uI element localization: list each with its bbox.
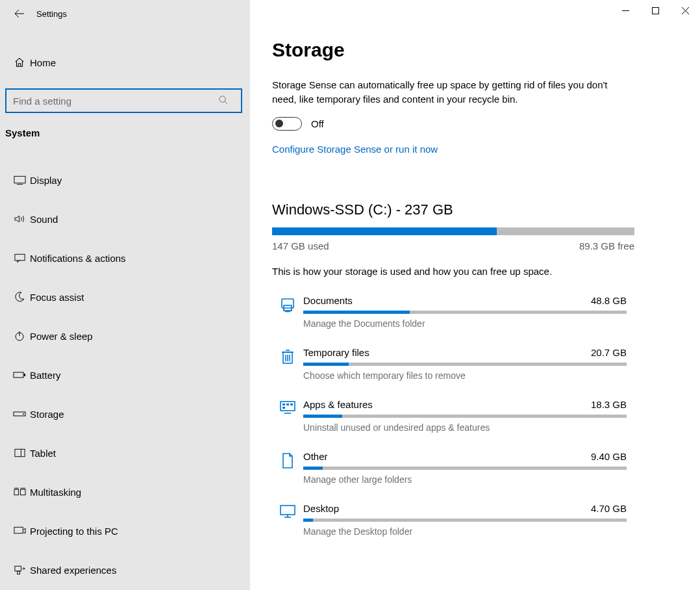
- power-icon: [10, 330, 29, 342]
- app-title: Settings: [32, 9, 67, 19]
- close-button[interactable]: [670, 0, 700, 21]
- sidebar-item-storage[interactable]: Storage: [0, 394, 250, 433]
- sidebar-item-focus-assist[interactable]: Focus assist: [0, 277, 250, 316]
- sidebar-item-tablet[interactable]: Tablet: [0, 433, 250, 472]
- drive-free-label: 89.3 GB free: [579, 240, 634, 251]
- svg-point-10: [23, 413, 24, 415]
- category-desc: Uninstall unused or undesired apps & fea…: [303, 422, 678, 433]
- category-bar: [303, 363, 627, 366]
- category-name: Temporary files: [303, 347, 369, 358]
- display-icon: [10, 175, 29, 185]
- category-item[interactable]: Desktop4.70 GBManage the Desktop folder: [272, 503, 678, 537]
- sidebar-item-label: Projecting to this PC: [30, 526, 118, 537]
- category-icon: [272, 399, 303, 415]
- svg-rect-7: [14, 372, 23, 378]
- svg-rect-37: [290, 404, 293, 405]
- category-icon: [272, 503, 303, 519]
- shared-experiences-icon: [10, 565, 29, 575]
- category-fill: [303, 415, 342, 418]
- sidebar-item-label: Sound: [30, 214, 58, 225]
- sidebar: Settings Home System Display Sound Notif…: [0, 0, 250, 590]
- sidebar-item-label: Storage: [30, 409, 64, 420]
- search-icon: [218, 95, 228, 105]
- sidebar-item-power-sleep[interactable]: Power & sleep: [0, 316, 250, 355]
- search-container: [5, 88, 242, 113]
- storage-sense-toggle[interactable]: [272, 117, 302, 131]
- configure-storage-sense-link[interactable]: Configure Storage Sense or run it now: [272, 144, 678, 155]
- category-item[interactable]: Temporary files20.7 GBChoose which tempo…: [272, 347, 678, 381]
- category-fill: [303, 311, 410, 314]
- moon-icon: [10, 291, 29, 303]
- home-icon: [10, 57, 29, 68]
- drive-title: Windows-SSD (C:) - 237 GB: [272, 201, 678, 218]
- svg-rect-18: [14, 527, 22, 533]
- category-list: Documents48.8 GBManage the Documents fol…: [272, 295, 678, 537]
- sidebar-item-label: Multitasking: [30, 487, 81, 498]
- minimize-button[interactable]: [610, 0, 640, 21]
- svg-rect-19: [14, 566, 21, 571]
- sidebar-item-label: Battery: [30, 370, 61, 381]
- category-desc: Manage the Documents folder: [303, 318, 678, 329]
- sidebar-item-multitasking[interactable]: Multitasking: [0, 472, 250, 511]
- search-input[interactable]: [5, 88, 242, 113]
- multitasking-icon: [10, 487, 29, 497]
- toggle-state-label: Off: [311, 118, 324, 129]
- category-name: Other: [303, 451, 328, 462]
- category-icon: [272, 451, 303, 469]
- storage-sense-toggle-row: Off: [272, 117, 678, 131]
- sidebar-item-label: Display: [30, 175, 62, 186]
- svg-rect-4: [14, 254, 24, 261]
- category-bar: [303, 519, 627, 522]
- svg-rect-38: [282, 407, 285, 409]
- svg-rect-11: [14, 449, 24, 456]
- category-size: 20.7 GB: [591, 347, 627, 358]
- sidebar-item-sound[interactable]: Sound: [0, 199, 250, 238]
- category-bar: [303, 311, 627, 314]
- sidebar-item-battery[interactable]: Battery: [0, 355, 250, 394]
- sidebar-item-projecting[interactable]: Projecting to this PC: [0, 511, 250, 550]
- category-bar: [303, 467, 627, 470]
- window-controls: [610, 0, 700, 21]
- sidebar-item-display[interactable]: Display: [0, 160, 250, 199]
- drive-usage-fill: [272, 227, 497, 235]
- back-button[interactable]: [6, 0, 32, 27]
- svg-rect-35: [282, 404, 285, 405]
- maximize-icon: [652, 7, 659, 14]
- minimize-icon: [622, 7, 629, 14]
- category-name: Desktop: [303, 503, 339, 514]
- category-item[interactable]: Other9.40 GBManage other large folders: [272, 451, 678, 485]
- sidebar-item-notifications[interactable]: Notifications & actions: [0, 238, 250, 277]
- drive-usage-bar: [272, 227, 634, 235]
- notifications-icon: [10, 253, 29, 263]
- category-desc: Manage the Desktop folder: [303, 526, 678, 537]
- sidebar-section-label: System: [0, 116, 250, 142]
- category-item[interactable]: Apps & features18.3 GBUninstall unused o…: [272, 399, 678, 433]
- arrow-left-icon: [14, 8, 25, 19]
- category-item[interactable]: Documents48.8 GBManage the Documents fol…: [272, 295, 678, 329]
- sidebar-home[interactable]: Home: [0, 43, 250, 82]
- svg-rect-14: [14, 489, 18, 495]
- category-name: Apps & features: [303, 399, 373, 410]
- drive-stats: 147 GB used 89.3 GB free: [272, 240, 634, 251]
- svg-rect-39: [281, 506, 295, 515]
- category-size: 48.8 GB: [591, 295, 627, 306]
- svg-rect-33: [281, 402, 295, 411]
- storage-icon: [10, 411, 29, 417]
- category-size: 18.3 GB: [591, 399, 627, 410]
- category-desc: Manage other large folders: [303, 474, 678, 485]
- maximize-button[interactable]: [640, 0, 670, 21]
- category-name: Documents: [303, 295, 353, 306]
- main-content: Storage Storage Sense can automatically …: [250, 0, 700, 590]
- svg-rect-20: [17, 571, 19, 574]
- sidebar-nav: Display Sound Notifications & actions Fo…: [0, 160, 250, 589]
- svg-rect-16: [20, 489, 25, 495]
- category-size: 4.70 GB: [591, 503, 627, 514]
- svg-rect-36: [286, 404, 289, 405]
- tablet-icon: [10, 448, 29, 458]
- svg-rect-8: [24, 374, 25, 376]
- storage-how-text: This is how your storage is used and how…: [272, 266, 678, 277]
- sidebar-item-shared-experiences[interactable]: Shared experiences: [0, 550, 250, 589]
- sidebar-item-label: Power & sleep: [30, 331, 93, 342]
- svg-line-1: [225, 101, 227, 104]
- close-icon: [682, 7, 689, 14]
